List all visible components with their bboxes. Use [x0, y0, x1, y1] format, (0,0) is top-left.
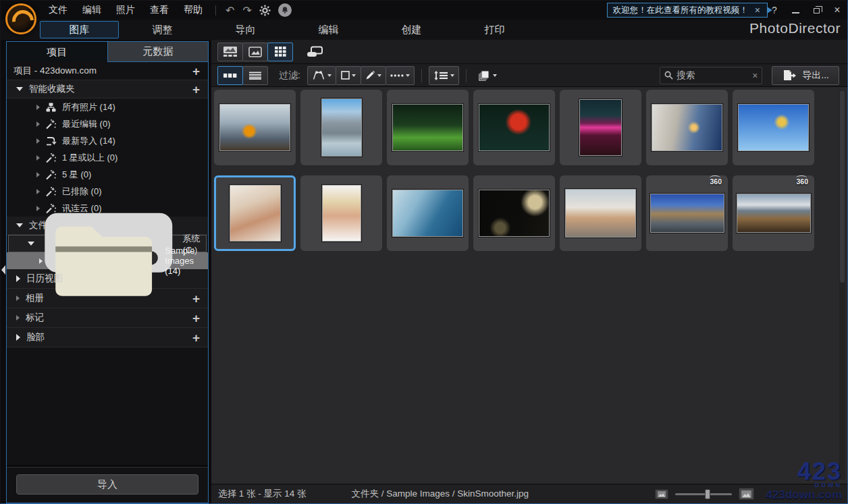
expand-arrow-icon[interactable] [39, 258, 43, 264]
notification-close-icon[interactable]: × [753, 5, 762, 16]
dual-display-icon[interactable] [302, 43, 328, 61]
sidebar-item-latest-imports[interactable]: 最新导入 (14) [7, 132, 208, 149]
photo-woman-on-beach[interactable] [560, 175, 641, 251]
menu-edit[interactable]: 编辑 [75, 4, 109, 16]
expand-arrow-icon[interactable] [36, 121, 40, 127]
sidebar-item-recently-edited[interactable]: 最近编辑 (0) [7, 115, 208, 132]
expand-arrow-icon[interactable] [16, 296, 20, 301]
sidebar-collapse-strip[interactable] [1, 40, 6, 503]
slider-knob[interactable] [705, 489, 710, 499]
menu-file[interactable]: 文件 [41, 4, 75, 16]
thumbnail-size-slider[interactable] [675, 493, 732, 495]
project-title: 项目 - 423down.com [14, 65, 191, 77]
rating-filter-icon[interactable] [336, 66, 361, 85]
scrollbar-thumb[interactable] [840, 90, 845, 283]
settings-gear-icon[interactable] [256, 5, 274, 16]
sidebar-item-all-photos[interactable]: 所有照片 (14) [7, 99, 208, 115]
large-thumbnail-icon[interactable] [739, 488, 754, 500]
menu-view[interactable]: 查看 [142, 4, 176, 16]
add-button[interactable]: + [191, 331, 201, 344]
photo-dark-window[interactable] [473, 175, 555, 251]
photo-thumbnail [321, 99, 362, 157]
minimize-button[interactable] [792, 7, 799, 13]
redo-icon[interactable]: ↷ [238, 4, 255, 17]
search-box: × [660, 67, 762, 84]
tab-project[interactable]: 项目 [7, 42, 108, 62]
module-tab-bar: 图库 调整 导向 编辑 创建 打印 PhotoDirector [1, 20, 847, 40]
tab-guided[interactable]: 导向 [204, 24, 287, 36]
expand-arrow-icon[interactable] [36, 189, 40, 194]
vertical-scrollbar[interactable] [839, 90, 845, 480]
expand-arrow-icon[interactable] [36, 138, 40, 144]
photo-thumbnail [479, 190, 550, 237]
export-button[interactable]: 导出... [772, 66, 839, 85]
photo-neon-shop[interactable] [560, 90, 641, 165]
photo-woman-laughing[interactable] [300, 175, 382, 251]
export-icon [782, 69, 797, 81]
expand-arrow-icon[interactable] [16, 334, 20, 341]
expand-arrow-icon[interactable] [36, 206, 40, 211]
menu-photo[interactable]: 照片 [109, 4, 142, 16]
chevron-down-icon[interactable] [16, 223, 23, 227]
tab-edit[interactable]: 编辑 [287, 24, 370, 36]
sidebar-item-sample-images[interactable]: Sample Images (14) [7, 252, 208, 269]
photo-woman-smiling[interactable] [214, 175, 296, 251]
add-button[interactable]: + [191, 292, 201, 305]
photo-pano-canyon[interactable]: 360 [646, 175, 728, 251]
notifications-bell-icon[interactable] [278, 3, 292, 17]
more-filters-icon[interactable] [386, 66, 415, 85]
edited-filter-icon[interactable] [361, 66, 386, 85]
restore-button[interactable] [814, 8, 820, 13]
expand-arrow-icon[interactable] [16, 275, 20, 282]
photo-basketball-dunk[interactable] [214, 90, 296, 165]
expand-arrow-icon[interactable] [36, 172, 40, 177]
photo-skateboarder[interactable] [733, 90, 814, 165]
tab-adjustment[interactable]: 调整 [121, 24, 204, 36]
flags-filter-icon[interactable] [307, 66, 336, 85]
browser-view-icon[interactable] [217, 43, 243, 61]
tab-library[interactable]: 图库 [40, 21, 119, 38]
tab-metadata[interactable]: 元数据 [108, 42, 209, 62]
stack-photos-icon[interactable] [473, 66, 501, 85]
thumbnail-mode-icon[interactable] [217, 66, 243, 85]
expand-arrow-icon[interactable] [36, 105, 40, 110]
photo-thumbnail [579, 99, 622, 156]
search-input[interactable] [677, 70, 749, 80]
grid-view-icon[interactable] [267, 43, 293, 61]
divider [466, 69, 467, 82]
photodirector-window: 文件 编辑 照片 查看 帮助 ↶ ↷ 欢迎您！在此查看所有的教程视频！ × ? … [0, 0, 848, 504]
photo-rocket-launch[interactable] [646, 90, 728, 165]
tab-print[interactable]: 打印 [453, 24, 536, 36]
search-clear-icon[interactable]: × [752, 70, 758, 81]
filter-button-group [307, 66, 415, 85]
menu-bar: 文件 编辑 照片 查看 帮助 ↶ ↷ [41, 3, 292, 17]
photo-maple-leaf[interactable] [473, 90, 555, 165]
viewer-view-icon[interactable] [242, 43, 268, 61]
chevron-down-icon[interactable] [28, 242, 34, 246]
undo-icon[interactable]: ↶ [221, 4, 238, 17]
sidebar-section-faces[interactable]: 脸部+ [7, 328, 208, 347]
chevron-down-icon[interactable] [16, 87, 23, 91]
add-button[interactable]: + [191, 312, 201, 325]
add-smart-collection-button[interactable]: + [191, 83, 201, 96]
expand-arrow-icon[interactable] [36, 155, 40, 161]
import-button[interactable]: 导入 [16, 474, 198, 495]
expand-arrow-icon[interactable] [16, 315, 20, 320]
photo-cliff-boat[interactable] [300, 90, 382, 165]
menu-help[interactable]: 帮助 [176, 4, 210, 16]
help-button[interactable]: ? [770, 5, 779, 16]
photo-forest-light[interactable] [387, 90, 469, 165]
collapse-sidebar-icon[interactable] [1, 265, 5, 275]
photo-pano-valley[interactable]: 360 [733, 175, 814, 251]
sidebar-section-tags[interactable]: 标记+ [7, 308, 208, 328]
list-mode-icon[interactable] [242, 66, 268, 85]
add-project-button[interactable]: + [191, 65, 201, 78]
close-button[interactable]: × [832, 5, 842, 16]
tab-create[interactable]: 创建 [370, 24, 453, 36]
smart-collections-header[interactable]: 智能收藏夹 + [7, 80, 208, 99]
sort-order-icon[interactable] [429, 66, 459, 85]
welcome-notification-bubble[interactable]: 欢迎您！在此查看所有的教程视频！ × [607, 3, 768, 18]
photo-ocean-wave[interactable] [387, 175, 469, 251]
small-thumbnail-icon[interactable] [655, 489, 668, 499]
sidebar-item-one-star-or-better[interactable]: 1 星或以上 (0) [7, 149, 208, 166]
